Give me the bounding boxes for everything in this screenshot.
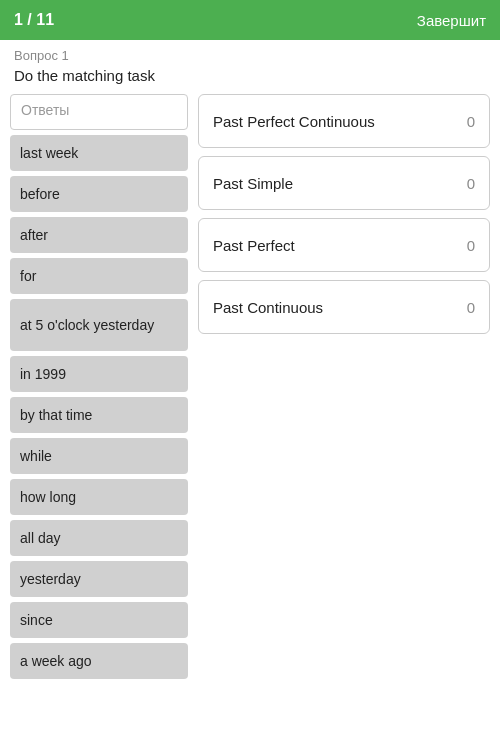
category-item-past-perfect-continuous[interactable]: Past Perfect Continuous0 (198, 94, 490, 148)
answer-item-by-that-time[interactable]: by that time (10, 397, 188, 433)
answer-item-while[interactable]: while (10, 438, 188, 474)
header: 1 / 11 Завершит (0, 0, 500, 40)
category-label-past-continuous: Past Continuous (213, 299, 323, 316)
category-item-past-simple[interactable]: Past Simple0 (198, 156, 490, 210)
category-item-past-perfect[interactable]: Past Perfect0 (198, 218, 490, 272)
answer-item-last-week[interactable]: last week (10, 135, 188, 171)
answer-item-at-5-oclock-yesterday[interactable]: at 5 o'clock yesterday (10, 299, 188, 351)
question-text: Do the matching task (0, 65, 500, 94)
answer-item-yesterday[interactable]: yesterday (10, 561, 188, 597)
question-counter: 1 / 11 (14, 11, 54, 29)
category-label-past-perfect: Past Perfect (213, 237, 295, 254)
answer-item-for[interactable]: for (10, 258, 188, 294)
answer-item-after[interactable]: after (10, 217, 188, 253)
answer-item-all-day[interactable]: all day (10, 520, 188, 556)
category-item-past-continuous[interactable]: Past Continuous0 (198, 280, 490, 334)
finish-button[interactable]: Завершит (417, 12, 486, 29)
category-label-past-perfect-continuous: Past Perfect Continuous (213, 113, 375, 130)
answers-column: Ответы last weekbeforeafterforat 5 o'clo… (10, 94, 188, 679)
question-label: Вопрос 1 (0, 40, 500, 65)
categories-column: Past Perfect Continuous0Past Simple0Past… (198, 94, 490, 679)
category-count-past-simple: 0 (467, 175, 475, 192)
category-count-past-continuous: 0 (467, 299, 475, 316)
answer-item-since[interactable]: since (10, 602, 188, 638)
matching-task: Ответы last weekbeforeafterforat 5 o'clo… (0, 94, 500, 679)
category-label-past-simple: Past Simple (213, 175, 293, 192)
category-count-past-perfect-continuous: 0 (467, 113, 475, 130)
answers-label: Ответы (10, 94, 188, 130)
answer-item-in-1999[interactable]: in 1999 (10, 356, 188, 392)
answer-item-how-long[interactable]: how long (10, 479, 188, 515)
category-count-past-perfect: 0 (467, 237, 475, 254)
answer-item-a-week-ago[interactable]: a week ago (10, 643, 188, 679)
answer-item-before[interactable]: before (10, 176, 188, 212)
